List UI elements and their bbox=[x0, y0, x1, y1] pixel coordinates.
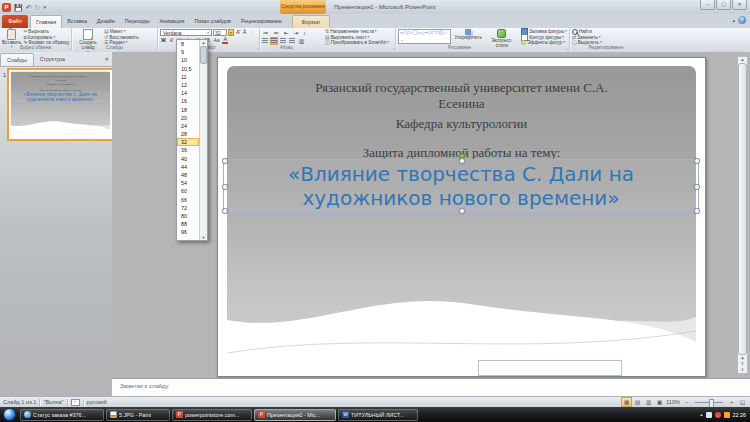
vertical-scrollbar[interactable]: ▲ ▼ ⇞ ⇟ bbox=[737, 56, 748, 374]
taskbar-item[interactable]: Статус заказа #376... bbox=[20, 409, 104, 421]
font-size-option-9[interactable]: 9 bbox=[177, 48, 199, 56]
shape-star-icon[interactable]: ☆ bbox=[444, 30, 448, 37]
align-right-button[interactable] bbox=[280, 38, 286, 44]
department-text[interactable]: Кафедра культурологии bbox=[9, 82, 112, 85]
resize-handle-br[interactable] bbox=[694, 208, 700, 214]
shapes-gallery[interactable]: ▭╲ □○ ◯▱ △⇨ ◇⬠ ▽{ () ☆⌄ bbox=[398, 29, 451, 44]
help-icon[interactable]: ? bbox=[738, 16, 746, 24]
redo-icon[interactable]: ↻ bbox=[35, 3, 41, 12]
font-size-option-48[interactable]: 48 bbox=[177, 171, 199, 179]
font-size-scrollbar[interactable]: ▲ ▼ bbox=[199, 40, 207, 240]
shrink-font-button[interactable]: А̌ bbox=[242, 29, 248, 36]
line-spacing-button[interactable]: ↕ bbox=[302, 30, 307, 37]
font-size-option-14[interactable]: 14 bbox=[177, 89, 199, 97]
zoom-slider[interactable] bbox=[695, 402, 723, 403]
minimize-ribbon-icon[interactable]: ▴ bbox=[732, 17, 735, 23]
notes-pane[interactable]: Заметки к слайду bbox=[112, 378, 750, 396]
bullets-button[interactable]: ≔ bbox=[262, 30, 270, 37]
clipboard-dialog-launcher-icon[interactable]: ⌟ bbox=[68, 46, 70, 50]
align-left-button[interactable] bbox=[262, 38, 268, 44]
maximize-button[interactable]: ▢ bbox=[716, 0, 731, 10]
slide-title-text[interactable]: «Влияние творчества С. Дали на художнико… bbox=[10, 91, 110, 102]
font-size-option-96[interactable]: 96 bbox=[177, 228, 199, 236]
taskbar-item[interactable]: PПрезентация1 - Mic... bbox=[254, 409, 336, 421]
spellcheck-icon[interactable]: ✓ bbox=[71, 399, 80, 406]
resize-handle-tl[interactable] bbox=[222, 158, 228, 164]
taskbar-item[interactable]: WТИТУЛЬНЫЙ ЛИСТ... bbox=[338, 409, 418, 421]
font-size-option-11[interactable]: 11 bbox=[177, 73, 199, 81]
panel-close-icon[interactable]: ✕ bbox=[104, 53, 109, 66]
tab-вставка[interactable]: Вставка bbox=[62, 15, 92, 28]
tab-главная[interactable]: Главная bbox=[30, 15, 62, 28]
resize-handle-mr[interactable] bbox=[694, 184, 700, 190]
font-size-dropdown-arrow-icon[interactable]: ▾ bbox=[228, 29, 234, 36]
resize-handle-tr[interactable] bbox=[694, 158, 700, 164]
arrange-button[interactable]: Упорядочить bbox=[454, 29, 483, 40]
normal-view-button[interactable]: ▦ bbox=[622, 398, 631, 406]
tab-показ-слайдов[interactable]: Показ слайдов bbox=[189, 15, 235, 28]
close-button[interactable]: ✕ bbox=[732, 0, 747, 10]
scroll-thumb[interactable] bbox=[200, 46, 207, 64]
start-button[interactable] bbox=[3, 408, 16, 421]
change-case-button[interactable]: Аа bbox=[213, 37, 221, 44]
paragraph-dialog-launcher-icon[interactable]: ⌟ bbox=[392, 46, 394, 50]
font-size-option-28[interactable]: 28 bbox=[177, 130, 199, 138]
slide-thumbnail[interactable]: Рязанский государственный университет им… bbox=[9, 70, 113, 139]
align-center-button[interactable] bbox=[271, 38, 277, 44]
decrease-indent-button[interactable]: ⇤ bbox=[283, 30, 290, 37]
bold-button[interactable]: Ж bbox=[160, 37, 167, 44]
slideshow-button[interactable]: ▣ bbox=[655, 398, 664, 406]
tab-анимация[interactable]: Анимация bbox=[155, 15, 190, 28]
department-text[interactable]: Кафедра культурологии bbox=[218, 116, 705, 132]
font-size-option-20[interactable]: 20 bbox=[177, 114, 199, 122]
scroll-up-icon[interactable]: ▲ bbox=[740, 57, 744, 62]
font-size-option-66[interactable]: 66 bbox=[177, 196, 199, 204]
language-indicator[interactable]: русский bbox=[87, 399, 107, 405]
font-size-option-40[interactable]: 40 bbox=[177, 155, 199, 163]
tray-icon-1[interactable] bbox=[706, 412, 712, 418]
next-slide-icon[interactable]: ⇟ bbox=[741, 367, 745, 373]
grow-font-button[interactable]: А̂ bbox=[235, 29, 241, 36]
resize-handle-bl[interactable] bbox=[222, 208, 228, 214]
taskbar-item[interactable]: Ppowerpointstore.com... bbox=[172, 409, 252, 421]
font-size-option-44[interactable]: 44 bbox=[177, 163, 199, 171]
font-family-combo[interactable]: Verdana▾ bbox=[160, 29, 212, 36]
tray-icon-3[interactable] bbox=[724, 412, 730, 418]
university-text[interactable]: Рязанский государственный университет им… bbox=[218, 80, 705, 111]
font-size-combo[interactable]: 32 bbox=[213, 29, 227, 36]
scroll-up-icon[interactable]: ▲ bbox=[202, 40, 206, 45]
drawing-dialog-launcher-icon[interactable]: ⌟ bbox=[566, 46, 568, 50]
increase-indent-button[interactable]: ⇥ bbox=[293, 30, 300, 37]
font-size-option-10,5[interactable]: 10,5 bbox=[177, 65, 199, 73]
font-size-option-24[interactable]: 24 bbox=[177, 122, 199, 130]
tray-expand-icon[interactable]: ▴ bbox=[700, 412, 702, 417]
fit-to-window-icon[interactable]: ◱ bbox=[738, 398, 747, 406]
font-dialog-launcher-icon[interactable]: ⌟ bbox=[256, 46, 258, 50]
columns-button[interactable]: ▥ bbox=[298, 38, 305, 45]
undo-icon[interactable]: ↶ bbox=[26, 3, 32, 12]
empty-text-placeholder[interactable] bbox=[64, 134, 94, 137]
font-size-option-88[interactable]: 88 bbox=[177, 220, 199, 228]
reading-view-button[interactable]: ▥ bbox=[644, 398, 653, 406]
resize-handle-tm[interactable] bbox=[459, 158, 465, 164]
clear-formatting-button[interactable]: ◌ bbox=[248, 29, 253, 36]
font-color-button[interactable]: А bbox=[222, 37, 228, 44]
tray-icon-2[interactable] bbox=[715, 412, 721, 418]
zoom-in-icon[interactable]: + bbox=[727, 398, 736, 406]
font-size-option-36[interactable]: 36 bbox=[177, 146, 199, 154]
scrollbar-thumb[interactable] bbox=[738, 63, 747, 355]
tab-outline[interactable]: Структура bbox=[34, 53, 71, 66]
font-size-option-60[interactable]: 60 bbox=[177, 187, 199, 195]
font-size-option-8[interactable]: 8 bbox=[177, 40, 199, 48]
font-size-option-12[interactable]: 12 bbox=[177, 81, 199, 89]
tab-slides[interactable]: Слайды bbox=[0, 53, 34, 66]
shape-more-icon[interactable]: ⌄ bbox=[400, 37, 404, 44]
zoom-out-icon[interactable]: − bbox=[682, 398, 691, 406]
slide-canvas[interactable]: Рязанский государственный университет им… bbox=[217, 57, 706, 377]
minimize-button[interactable]: – bbox=[700, 0, 715, 10]
font-size-option-80[interactable]: 80 bbox=[177, 212, 199, 220]
tab-дизайн[interactable]: Дизайн bbox=[92, 15, 120, 28]
empty-text-placeholder[interactable] bbox=[478, 360, 622, 376]
save-icon[interactable]: 💾 bbox=[14, 3, 23, 12]
justify-button[interactable] bbox=[289, 38, 295, 44]
